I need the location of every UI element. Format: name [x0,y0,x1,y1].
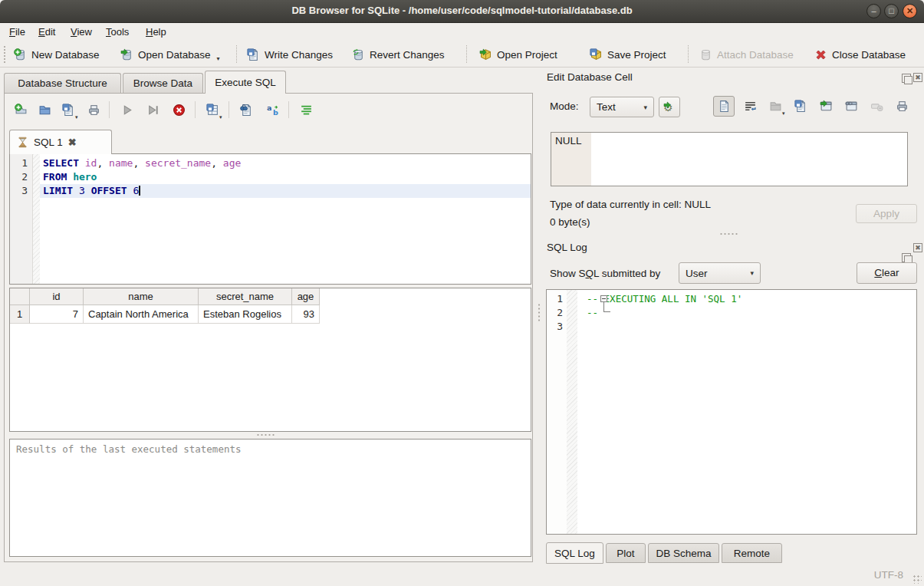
cell-age[interactable]: 93 [292,305,320,324]
resize-grip[interactable] [912,574,922,584]
titlebar[interactable]: DB Browser for SQLite - /home/user/code/… [0,0,924,23]
save-sql-file-button[interactable]: ▾ [58,100,78,120]
log-text-area[interactable]: -- EXECUTING ALL IN 'SQL 1' -- [577,290,916,534]
menu-edit[interactable]: Edit [35,25,58,40]
write-changes-button[interactable]: Write Changes [244,44,336,64]
find-replace-button[interactable] [262,100,282,120]
apply-settings-button[interactable]: ⚙ [659,97,680,117]
close-sql-tab-icon[interactable]: ✖ [68,137,77,148]
sql-log-title: SQL Log [547,242,587,253]
toolbar-separator [466,45,467,63]
text-mode-button[interactable] [713,96,735,117]
row-header[interactable]: 1 [10,305,30,324]
stop-icon [173,104,186,117]
database-plus-icon [14,48,27,61]
revert-changes-icon [352,48,365,61]
tab-remote[interactable]: Remote [722,543,782,563]
close-button[interactable]: ✕ [903,4,917,18]
cell-name[interactable]: Captain North America [84,305,199,324]
horizontal-splitter-handle[interactable] [256,433,276,436]
tab-execute-sql[interactable]: Execute SQL [205,71,286,94]
execute-sql-pane: ▾ [4,93,533,562]
tab-plot[interactable]: Plot [606,543,646,563]
execute-all-button[interactable] [117,100,136,120]
write-changes-icon [247,48,260,61]
text-mode-icon [718,100,731,113]
minimize-button[interactable]: – [866,4,881,18]
mode-select[interactable]: Text ▾ [590,97,654,117]
results-message-box[interactable]: Results of the last executed statements [9,439,531,557]
sql-log-view[interactable]: 1 2 3 -- EXECUTING ALL IN 'SQL 1' -- [546,289,917,535]
save-project-button[interactable]: Save Project [587,44,669,64]
open-project-button[interactable]: Open Project [476,44,561,64]
float-dock-icon[interactable] [902,74,911,83]
fold-collapse-icon[interactable] [600,295,607,302]
sql-code-editor[interactable]: 1 2 3 SELECT id, name, secret_name, age … [9,153,531,285]
close-dock-icon[interactable]: ✖ [913,243,922,252]
sql1-tab[interactable]: SQL 1 ✖ [9,130,112,154]
new-sql-tab-button[interactable] [11,100,31,120]
sql-log-filter-select[interactable]: User ▾ [679,262,761,284]
chevron-down-icon: ▾ [750,269,754,277]
editor-toolbar-separator [229,101,229,118]
save-results-dropdown[interactable]: ▾ [219,114,222,120]
execute-all-icon [120,104,133,117]
column-header-secret-name[interactable]: secret_name [199,288,292,305]
print-cell-button[interactable] [891,96,912,117]
new-database-button[interactable]: New Database [11,44,103,64]
code-line-1[interactable]: SELECT id, name, secret_name, age [40,156,531,170]
execute-current-line-button[interactable] [143,100,163,120]
column-header-name[interactable]: name [84,288,199,305]
clear-log-button[interactable]: Clear [857,262,917,284]
menu-help[interactable]: Help [143,25,169,40]
open-external-button[interactable] [815,96,837,117]
edit-database-cell-title: Edit Database Cell [547,71,633,83]
log-fold-margin [567,290,577,534]
close-dock-icon[interactable]: ✖ [913,73,922,82]
cell-secret-name[interactable]: Esteban Rogelios [199,305,292,324]
editor-text-area[interactable]: SELECT id, name, secret_name, age FROM h… [40,154,531,284]
dock-splitter-handle[interactable] [719,232,739,235]
cell-id[interactable]: 7 [30,305,84,324]
menu-tools[interactable]: Tools [103,25,132,40]
menubar: File Edit View Tools Help [0,23,924,41]
open-sql-file-icon [38,104,51,117]
save-sql-file-icon: ▾ [62,104,75,117]
word-wrap-button[interactable] [739,96,761,117]
close-database-button[interactable]: Close Database [811,44,909,64]
maximize-button[interactable]: □ [884,4,899,18]
print-sql-button[interactable] [84,100,104,120]
save-results-view-button[interactable]: ▾ [202,100,222,120]
code-line-3[interactable]: LIMIT 3 OFFSET 6 [40,184,531,198]
vertical-splitter-handle[interactable] [538,303,541,323]
float-dock-icon[interactable] [902,253,911,262]
stop-execution-button[interactable] [169,100,189,120]
find-button[interactable] [236,100,256,120]
menu-file[interactable]: File [6,25,28,40]
log-line-2: -- [577,306,916,320]
column-header-id[interactable]: id [30,288,84,305]
tab-browse-data[interactable]: Browse Data [123,73,203,93]
cell-value: NULL [555,135,582,146]
column-header-age[interactable]: age [292,288,320,305]
cell-content-editor[interactable]: NULL [551,132,908,186]
tab-db-schema[interactable]: DB Schema [648,543,719,563]
tab-sql-log[interactable]: SQL Log [546,542,603,564]
save-sql-dropdown[interactable]: ▾ [75,114,78,120]
export-data-button[interactable] [790,96,811,117]
format-sql-button[interactable] [296,100,316,120]
menu-view[interactable]: View [67,25,95,40]
results-grid[interactable]: id name secret_name age 1 7 Captain Nort… [9,288,531,432]
open-database-button[interactable]: Open Database ▾ [117,44,223,64]
revert-changes-button[interactable]: Revert Changes [349,44,448,64]
main-toolbar: New Database Open Database ▾ Write Chang… [0,41,924,67]
open-database-dropdown[interactable]: ▾ [217,55,220,64]
tab-database-structure[interactable]: Database Structure [4,73,121,93]
open-sql-file-button[interactable] [35,100,54,120]
sql-editor-toolbar: ▾ [11,100,517,120]
table-row[interactable]: 1 7 Captain North America Esteban Rogeli… [10,305,531,324]
save-results-view-icon: ▾ [206,104,219,117]
toolbar-drag-handle[interactable] [3,45,6,63]
copy-link-button[interactable] [840,96,862,117]
code-line-2[interactable]: FROM hero [40,170,531,184]
